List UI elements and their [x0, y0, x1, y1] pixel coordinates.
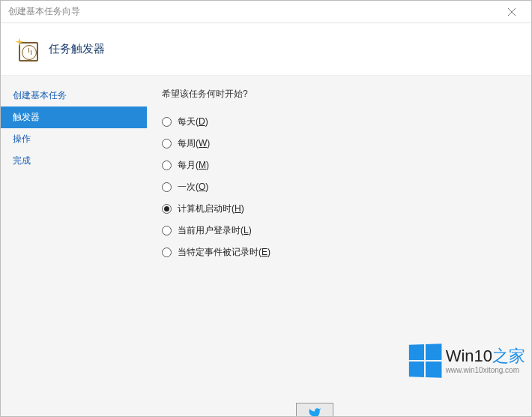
sidebar-item-finish[interactable]: 完成: [1, 150, 147, 172]
trigger-option-daily[interactable]: 每天(D): [162, 111, 516, 133]
wizard-window: 创建基本任务向导 任务触发器 创建基本任务 触发器 操作 完成 希望该任务何时开…: [0, 0, 532, 417]
option-label: 当前用户登录时(L): [178, 224, 252, 237]
wizard-header: 任务触发器: [1, 23, 531, 76]
window-title: 创建基本任务向导: [8, 5, 80, 18]
radio-icon: [162, 226, 172, 236]
sidebar-item-create-task[interactable]: 创建基本任务: [1, 85, 147, 106]
scheduler-icon: [14, 38, 38, 62]
option-label: 每月(M): [178, 159, 209, 172]
content-prompt: 希望该任务何时开始?: [162, 88, 516, 100]
sidebar-item-trigger[interactable]: 触发器: [1, 106, 147, 128]
wizard-sidebar: 创建基本任务 触发器 操作 完成: [1, 76, 147, 403]
radio-icon: [162, 117, 172, 127]
trigger-option-startup[interactable]: 计算机启动时(H): [162, 198, 516, 220]
option-label: 每天(D): [178, 116, 208, 128]
radio-icon: [162, 204, 172, 214]
footer-button[interactable]: [296, 403, 333, 416]
wizard-body: 创建基本任务 触发器 操作 完成 希望该任务何时开始? 每天(D) 每周(W) …: [1, 76, 531, 403]
close-button[interactable]: [497, 2, 527, 22]
radio-icon: [162, 248, 172, 257]
trigger-option-once[interactable]: 一次(O): [162, 176, 516, 198]
page-title: 任务触发器: [49, 42, 105, 56]
radio-icon: [162, 160, 172, 170]
bird-icon: [308, 406, 321, 417]
titlebar: 创建基本任务向导: [1, 1, 531, 23]
option-label: 当特定事件被记录时(E): [178, 246, 270, 259]
trigger-option-logon[interactable]: 当前用户登录时(L): [162, 220, 516, 242]
close-icon: [508, 8, 516, 16]
option-label: 一次(O): [178, 181, 208, 194]
wizard-content: 希望该任务何时开始? 每天(D) 每周(W) 每月(M) 一次(O) 计算机启动…: [147, 76, 531, 403]
radio-icon: [162, 139, 172, 148]
sidebar-item-action[interactable]: 操作: [1, 128, 147, 150]
wizard-footer: [1, 403, 531, 416]
trigger-option-event[interactable]: 当特定事件被记录时(E): [162, 242, 516, 263]
radio-icon: [162, 182, 172, 192]
trigger-option-weekly[interactable]: 每周(W): [162, 133, 516, 154]
trigger-option-monthly[interactable]: 每月(M): [162, 154, 516, 176]
option-label: 每周(W): [178, 137, 210, 150]
option-label: 计算机启动时(H): [178, 202, 244, 215]
